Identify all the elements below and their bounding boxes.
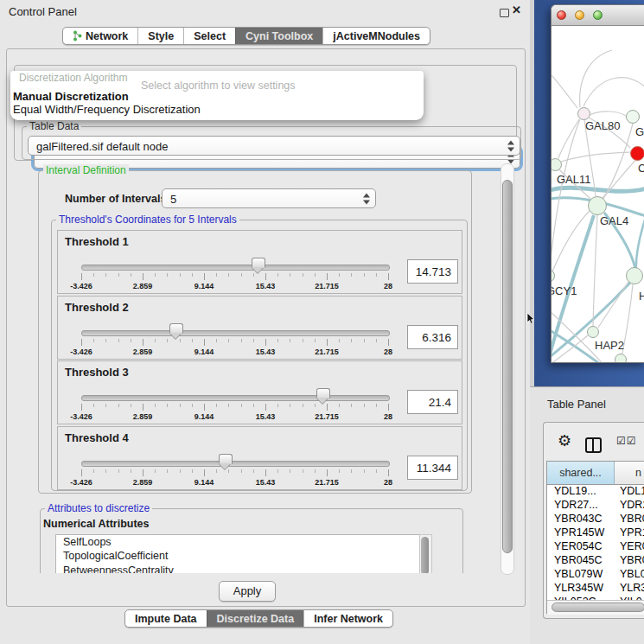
- table-row[interactable]: YBR045CYBR0: [547, 554, 644, 568]
- close-icon[interactable]: ✕: [512, 3, 521, 16]
- cell-name[interactable]: YBR0: [614, 513, 644, 525]
- slider-track[interactable]: [81, 395, 390, 401]
- table-row[interactable]: YPR145WYPR1: [547, 526, 644, 540]
- settings-vertical-scrollbar[interactable]: [501, 163, 514, 575]
- table-row[interactable]: YLR345WYLR3: [547, 582, 644, 596]
- tick-mark: [376, 339, 377, 342]
- scrollbar-thumb[interactable]: [552, 603, 644, 612]
- table-row[interactable]: YER054CYER0: [547, 540, 644, 554]
- column-header-name[interactable]: n: [615, 462, 644, 485]
- attributes-listbox[interactable]: SelfLoopsTopologicalCoefficientBetweenne…: [55, 534, 421, 573]
- slider-thumb[interactable]: [252, 258, 265, 268]
- float-window-icon[interactable]: [500, 9, 509, 17]
- network-node-gal11[interactable]: [552, 158, 562, 171]
- tab-cyni-toolbox[interactable]: Cyni Toolbox: [235, 28, 322, 44]
- cell-shared-name[interactable]: YPR145W: [547, 526, 614, 539]
- cell-name[interactable]: YBR0: [614, 554, 644, 566]
- number-of-intervals-combobox[interactable]: 5: [162, 188, 376, 208]
- close-traffic-light-icon[interactable]: [557, 10, 566, 20]
- gear-icon[interactable]: ⚙: [558, 431, 571, 450]
- algorithm-option-1[interactable]: Manual Discretization: [13, 90, 129, 103]
- control-panel: Control Panel ✕ NetworkStyleSelectCyni T…: [0, 0, 531, 644]
- tick-mark: [364, 339, 365, 342]
- column-header-shared-name[interactable]: shared...: [547, 462, 615, 485]
- slider-track[interactable]: [81, 265, 390, 271]
- threshold-value-field[interactable]: 14.713: [407, 259, 458, 284]
- table-row[interactable]: YDR27...YDR2: [547, 499, 644, 513]
- tick-mark: [388, 404, 389, 411]
- tab-network[interactable]: Network: [63, 28, 137, 44]
- slider-thumb[interactable]: [169, 323, 183, 334]
- network-node[interactable]: [615, 354, 627, 362]
- algorithm-option-2[interactable]: Equal Width/Frequency Discretization: [13, 103, 201, 116]
- tick-mark: [315, 339, 316, 342]
- slider-thumb[interactable]: [316, 388, 330, 399]
- table-data-combobox[interactable]: galFiltered.sif default node: [28, 136, 520, 156]
- tick-mark: [155, 339, 156, 342]
- tick-mark: [376, 404, 377, 407]
- table-row[interactable]: YDL19...YDL1: [547, 485, 644, 499]
- columns-icon[interactable]: [585, 437, 602, 453]
- tick-label: 2.859: [133, 478, 153, 487]
- table-row[interactable]: YBL079WYBL0: [547, 568, 644, 582]
- slider-track[interactable]: [81, 461, 390, 467]
- slider-track[interactable]: [81, 330, 390, 336]
- network-node-gal80[interactable]: [577, 107, 590, 120]
- threshold-value-field[interactable]: 21.4: [407, 390, 458, 414]
- tick-mark: [143, 404, 143, 411]
- network-node-gal4[interactable]: [588, 196, 607, 215]
- apply-button[interactable]: Apply: [219, 581, 276, 602]
- tab-style[interactable]: Style: [137, 28, 183, 44]
- cell-shared-name[interactable]: YLR345W: [547, 582, 614, 594]
- network-canvas[interactable]: GAL80GACGAL11GAL4GCY1HHAP2: [552, 26, 644, 362]
- cell-name[interactable]: YBL0: [614, 568, 644, 580]
- interval-definition-group: Interval Definition Number of Intervals …: [38, 170, 472, 494]
- network-node-hap2[interactable]: [587, 326, 599, 338]
- tick-mark: [131, 339, 131, 342]
- threshold-value-field[interactable]: 11.344: [407, 456, 458, 480]
- scrollbar-thumb[interactable]: [502, 180, 513, 553]
- table-horizontal-scrollbar[interactable]: [547, 600, 644, 615]
- tab-impute-data[interactable]: Impute Data: [125, 610, 207, 627]
- tick-mark: [364, 469, 365, 473]
- attribute-list-item[interactable]: SelfLoops: [56, 535, 420, 549]
- attribute-list-item[interactable]: TopologicalCoefficient: [56, 549, 420, 563]
- cell-shared-name[interactable]: YDR27...: [547, 499, 614, 511]
- slider-thumb[interactable]: [219, 454, 233, 464]
- slider-tick-labels: -3.4262.8599.14415.4321.71528: [81, 478, 388, 487]
- cell-name[interactable]: YLR3: [614, 582, 644, 594]
- network-node-h[interactable]: [626, 267, 643, 284]
- tab-discretize-data[interactable]: Discretize Data: [207, 610, 304, 627]
- tick-mark: [376, 273, 377, 277]
- minimize-traffic-light-icon[interactable]: [575, 10, 584, 20]
- tab-infer-network[interactable]: Infer Network: [303, 610, 392, 627]
- select-checkboxes-icon[interactable]: ☑☑: [616, 435, 637, 447]
- tick-mark: [364, 404, 365, 407]
- tick-mark: [339, 404, 340, 407]
- network-node-c[interactable]: [630, 146, 644, 161]
- network-window[interactable]: GAL80GACGAL11GAL4GCY1HHAP2: [551, 4, 644, 363]
- attribute-list-item[interactable]: BetweennessCentrality: [56, 564, 420, 573]
- zoom-traffic-light-icon[interactable]: [593, 10, 603, 20]
- tab-select[interactable]: Select: [183, 28, 235, 44]
- cell-shared-name[interactable]: YBL079W: [547, 568, 614, 580]
- cell-shared-name[interactable]: YBR043C: [547, 513, 614, 525]
- cell-name[interactable]: YDL1: [614, 485, 644, 497]
- tick-mark: [131, 273, 131, 277]
- tab-jactivemnodules[interactable]: jActiveMNodules: [322, 28, 430, 44]
- tick-mark: [216, 469, 217, 473]
- cell-shared-name[interactable]: YBR045C: [547, 554, 614, 566]
- cell-name[interactable]: YDR2: [614, 499, 644, 511]
- cell-name[interactable]: YER0: [614, 540, 644, 552]
- cell-name[interactable]: YPR1: [614, 526, 644, 539]
- threshold-value-field[interactable]: 6.316: [407, 325, 458, 349]
- cell-shared-name[interactable]: YDL19...: [547, 485, 614, 497]
- algorithm-placeholder-item[interactable]: Select algorithm to view settings: [141, 80, 296, 92]
- table-row[interactable]: YBR043CYBR0: [547, 513, 644, 526]
- cell-shared-name[interactable]: YER054C: [547, 540, 614, 552]
- attributes-list-scrollbar[interactable]: [419, 534, 432, 573]
- scrollbar-thumb[interactable]: [421, 537, 429, 573]
- tick-mark: [364, 273, 365, 277]
- network-window-titlebar[interactable]: [552, 5, 644, 26]
- network-node-ga[interactable]: [626, 110, 640, 124]
